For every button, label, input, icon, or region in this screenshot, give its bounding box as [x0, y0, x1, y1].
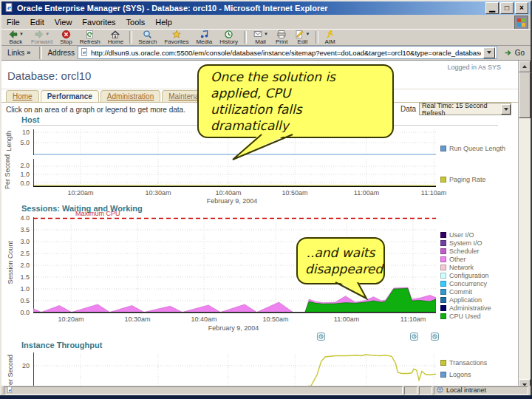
legend-configuration[interactable]: Configuration	[440, 272, 489, 279]
back-button[interactable]: ▼Back	[4, 30, 27, 45]
callout-cpu: Once the solution is applied, CPU utiliz…	[197, 64, 394, 138]
legend-user-i-o[interactable]: User I/O	[440, 231, 474, 239]
ie-toolbar: ▼Back▼ForwardStopRefreshHomeSearchFavori…	[1, 29, 531, 46]
legend-swatch	[440, 289, 446, 295]
mail-button[interactable]: ▼Mail	[249, 30, 272, 45]
window-controls: ▁□×	[484, 2, 528, 14]
legend-swatch	[440, 281, 446, 287]
x-label: 10:20am	[58, 316, 83, 323]
menu-favorites[interactable]: Favorites	[77, 17, 120, 27]
legend-swatch	[440, 273, 446, 279]
legend-swatch	[440, 297, 446, 303]
legend-swatch	[440, 146, 446, 151]
y-axis-label: Per Second	[7, 355, 14, 389]
legend-paging-rate[interactable]: Paging Rate	[440, 176, 486, 183]
legend-administrative[interactable]: Administrative	[440, 304, 491, 312]
tab-home[interactable]: Home	[6, 90, 39, 103]
toolbar-button-label: Print	[276, 39, 287, 45]
scroll-up-button[interactable]	[519, 61, 531, 72]
legend-run-queue-length[interactable]: Run Queue Length	[440, 145, 505, 152]
legend-other[interactable]: Other	[440, 256, 466, 263]
favorites-icon	[171, 30, 182, 39]
legend-transactions[interactable]: Transactions	[440, 359, 487, 366]
legend-application[interactable]: Application	[440, 296, 482, 304]
window-title: Oracle Enterprise Manager (SYS) - Databa…	[17, 4, 484, 13]
threshold-label: Maximum CPU	[75, 210, 120, 217]
address-dropdown-button[interactable]	[483, 47, 495, 58]
menu-file[interactable]: File	[1, 17, 25, 27]
menu-help[interactable]: Help	[150, 17, 177, 27]
menu-edit[interactable]: Edit	[25, 17, 50, 27]
x-label: 10:50am	[282, 189, 307, 197]
favorites-button[interactable]: Favorites	[160, 30, 192, 45]
go-button[interactable]: Go	[500, 48, 528, 58]
scrollbar-thumb[interactable]	[519, 72, 531, 118]
legend-label: Administrative	[449, 304, 491, 312]
restore-button[interactable]: □	[500, 2, 514, 14]
address-input[interactable]: e http://dlsun9.us.oracle.com:5500/em/co…	[78, 46, 497, 59]
y-tick: 0.0	[12, 180, 30, 187]
interval-clock-icon[interactable]	[317, 332, 325, 341]
tab-administration[interactable]: Administration	[100, 90, 160, 103]
y-tick: 3.5	[12, 226, 30, 233]
ie-logo	[514, 16, 528, 30]
vertical-scrollbar[interactable]	[518, 61, 531, 391]
title-bar[interactable]: e Oracle Enterprise Manager (SYS) - Data…	[1, 1, 531, 15]
print-icon	[276, 30, 287, 39]
x-label: 11:00am	[354, 189, 379, 197]
y-tick: 0.0	[12, 309, 30, 316]
aim-button[interactable]: AIM	[321, 30, 338, 45]
links-toolbar[interactable]: Links»	[4, 47, 34, 58]
stop-button[interactable]: Stop	[56, 30, 75, 45]
legend-commit[interactable]: Commit	[440, 288, 472, 296]
legend-label: Run Queue Length	[449, 145, 505, 152]
x-label: 10:50am	[262, 316, 288, 323]
svg-text:e: e	[8, 387, 11, 392]
legend-logons[interactable]: Logons	[440, 371, 471, 378]
y-axis-label: Session Count	[7, 241, 14, 284]
legend-swatch	[440, 232, 446, 238]
history-button[interactable]: History	[216, 30, 242, 45]
legend-swatch	[440, 248, 446, 254]
menu-view[interactable]: View	[50, 17, 78, 27]
edit-button[interactable]: ▼Edit	[291, 30, 313, 45]
toolbar-button-label: Stop	[60, 39, 72, 45]
minimize-button[interactable]: ▁	[485, 2, 499, 14]
close-button[interactable]: ×	[515, 2, 528, 14]
legend-label: Concurrency	[449, 280, 487, 287]
dropdown-caret-icon[interactable]: ▼	[305, 32, 310, 36]
home-button[interactable]: Home	[104, 30, 127, 45]
dropdown-caret-icon[interactable]: ▼	[264, 32, 268, 36]
interval-clock-icon[interactable]	[431, 332, 439, 341]
slide-edge	[0, 395, 532, 399]
interval-clock-icon[interactable]	[410, 332, 418, 341]
dropdown-caret-icon[interactable]: ▼	[45, 32, 50, 36]
legend-swatch	[440, 313, 446, 319]
print-button[interactable]: Print	[272, 30, 291, 45]
view-data-select[interactable]: Real Time: 15 Second Refresh	[419, 103, 511, 115]
legend-cpu-used[interactable]: CPU Used	[440, 313, 481, 320]
address-label: Address	[47, 49, 75, 57]
toolbar-separator	[316, 31, 318, 44]
refresh-button[interactable]: Refresh	[76, 30, 104, 45]
legend-scheduler[interactable]: Scheduler	[440, 248, 480, 255]
legend-label: Other	[449, 256, 466, 263]
media-button[interactable]: Media	[192, 30, 216, 45]
dropdown-caret-icon[interactable]: ▼	[19, 32, 24, 36]
tab-performance[interactable]: Performance	[41, 90, 99, 103]
legend-system-i-o[interactable]: System I/O	[440, 239, 482, 247]
search-button[interactable]: Search	[134, 30, 160, 45]
legend-network[interactable]: Network	[440, 264, 474, 271]
forward-button[interactable]: ▼Forward	[27, 30, 56, 45]
legend-concurrency[interactable]: Concurrency	[440, 280, 487, 287]
select-dropdown-button[interactable]	[501, 104, 511, 115]
page-title: Database: orcl10	[7, 69, 91, 82]
links-label: Links	[7, 49, 24, 57]
view-data-label: Data	[400, 105, 416, 113]
toolbar-button-label: Forward	[31, 39, 52, 45]
date-label: February 9, 2004	[208, 324, 259, 332]
toolbar-button-label: Refresh	[80, 39, 100, 45]
tab-bar: HomePerformanceAdministrationMaintenance	[6, 90, 217, 103]
x-label: 10:40am	[215, 189, 241, 197]
menu-tools[interactable]: Tools	[121, 17, 151, 27]
